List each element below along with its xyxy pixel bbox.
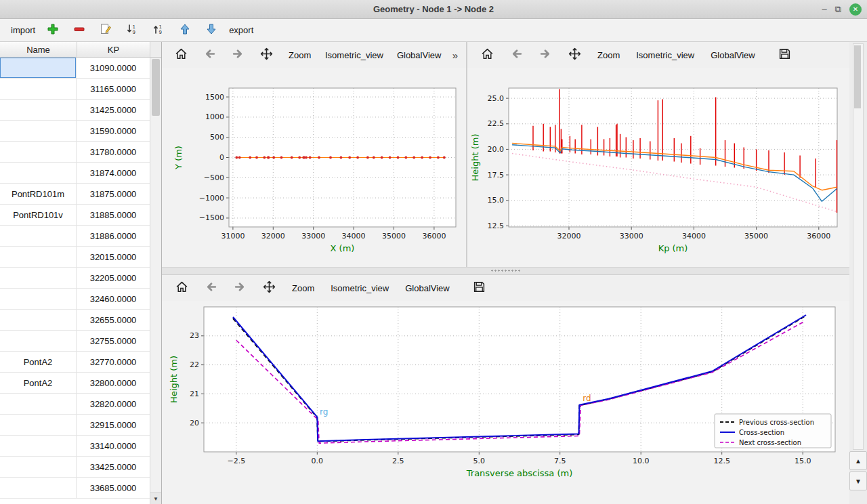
- table-cell-kp[interactable]: 31590.0000: [77, 121, 150, 141]
- table-row[interactable]: PontA232800.0000: [0, 373, 150, 394]
- column-header-name[interactable]: Name: [0, 42, 77, 57]
- table-cell-kp[interactable]: 31874.0000: [77, 163, 150, 183]
- table-cell-kp[interactable]: 32800.0000: [77, 373, 150, 393]
- table-row[interactable]: 33685.0000: [0, 478, 150, 499]
- table-cell-name[interactable]: [0, 247, 77, 267]
- sort-ascending-button[interactable]: 19: [150, 22, 167, 39]
- zoom-button[interactable]: Zoom: [592, 45, 625, 64]
- table-cell-name[interactable]: [0, 436, 77, 456]
- window-scrollbar-track[interactable]: [853, 43, 864, 450]
- table-cell-kp[interactable]: 32755.0000: [77, 331, 150, 351]
- table-scrollbar-thumb[interactable]: [152, 59, 160, 116]
- sort-descending-button[interactable]: 19: [123, 22, 141, 39]
- horizontal-splitter[interactable]: [162, 267, 849, 275]
- table-cell-name[interactable]: [0, 142, 77, 162]
- cross-section-chart[interactable]: −2.50.02.55.07.510.012.515.020212223rgrd…: [162, 301, 850, 504]
- table-cell-kp[interactable]: 32915.0000: [77, 415, 150, 435]
- export-label[interactable]: export: [229, 25, 253, 35]
- table-row[interactable]: PontRD101v31885.0000: [0, 205, 150, 226]
- profile-view-chart[interactable]: 320003300034000350003600012.515.017.520.…: [467, 68, 850, 267]
- table-cell-kp[interactable]: 33685.0000: [77, 478, 150, 498]
- table-cell-name[interactable]: [0, 79, 77, 99]
- table-cell-name[interactable]: [0, 226, 77, 246]
- table-cell-name[interactable]: PontA2: [0, 373, 77, 393]
- plan-view-chart[interactable]: 310003200033000340003500036000−1500−1000…: [162, 68, 466, 267]
- remove-row-button[interactable]: [70, 22, 88, 39]
- edit-button[interactable]: [97, 22, 114, 39]
- table-cell-kp[interactable]: 32205.0000: [77, 268, 150, 288]
- table-scrollbar[interactable]: ▼: [150, 58, 161, 504]
- table-row[interactable]: 32820.0000: [0, 394, 150, 415]
- table-row[interactable]: 31874.0000: [0, 163, 150, 184]
- home-button[interactable]: [170, 45, 193, 64]
- back-button[interactable]: [505, 45, 528, 64]
- table-row[interactable]: 33425.0000: [0, 457, 150, 478]
- back-button[interactable]: [199, 278, 223, 297]
- table-cell-name[interactable]: [0, 310, 77, 330]
- table-row[interactable]: 31886.0000: [0, 226, 150, 247]
- table-cell-kp[interactable]: 31165.0000: [77, 79, 150, 99]
- move-up-button[interactable]: [176, 22, 194, 39]
- table-cell-name[interactable]: PontRD101m: [0, 184, 77, 204]
- table-row[interactable]: 31590.0000: [0, 121, 150, 142]
- table-row[interactable]: 31090.0000: [0, 58, 150, 79]
- table-row[interactable]: 31425.0000: [0, 100, 150, 121]
- back-button[interactable]: [198, 45, 221, 64]
- table-cell-kp[interactable]: 32820.0000: [77, 394, 150, 414]
- global-view-button[interactable]: GlobalView: [705, 45, 761, 64]
- forward-button[interactable]: [227, 45, 250, 64]
- table-row[interactable]: 32755.0000: [0, 331, 150, 352]
- add-row-button[interactable]: [44, 22, 62, 39]
- table-cell-name[interactable]: [0, 415, 77, 435]
- scroll-down-button[interactable]: ▼: [849, 471, 867, 490]
- table-cell-kp[interactable]: 33140.0000: [77, 436, 150, 456]
- table-row[interactable]: 32915.0000: [0, 415, 150, 436]
- isometric-view-button[interactable]: Isometric_view: [321, 45, 387, 64]
- table-cell-name[interactable]: [0, 121, 77, 141]
- table-row[interactable]: 32205.0000: [0, 268, 150, 289]
- zoom-button[interactable]: Zoom: [284, 45, 316, 64]
- table-cell-name[interactable]: [0, 331, 77, 351]
- global-view-button[interactable]: GlobalView: [393, 45, 446, 64]
- pan-button[interactable]: [257, 278, 281, 297]
- table-cell-kp[interactable]: 31875.0000: [77, 184, 150, 204]
- forward-button[interactable]: [228, 278, 252, 297]
- table-row[interactable]: 31165.0000: [0, 79, 150, 100]
- table-cell-kp[interactable]: 31780.0000: [77, 142, 150, 162]
- table-cell-kp[interactable]: 31886.0000: [77, 226, 150, 246]
- toolbar-overflow-chevron[interactable]: »: [452, 49, 458, 61]
- home-button[interactable]: [475, 45, 499, 64]
- home-button[interactable]: [170, 278, 194, 297]
- table-cell-name[interactable]: [0, 289, 77, 309]
- table-cell-kp[interactable]: 31090.0000: [77, 58, 150, 78]
- table-cell-name[interactable]: [0, 394, 77, 414]
- table-cell-name[interactable]: [0, 163, 77, 183]
- table-cell-name[interactable]: [0, 100, 77, 120]
- maximize-button[interactable]: ⧉: [835, 5, 841, 14]
- save-button[interactable]: [467, 278, 491, 297]
- table-cell-kp[interactable]: 32460.0000: [77, 289, 150, 309]
- table-row[interactable]: PontRD101m31875.0000: [0, 184, 150, 205]
- table-cell-name[interactable]: [0, 478, 77, 498]
- forward-button[interactable]: [534, 45, 557, 64]
- table-scroll-down-button[interactable]: ▼: [150, 492, 161, 504]
- table-row[interactable]: 32460.0000: [0, 289, 150, 310]
- table-row[interactable]: 33140.0000: [0, 436, 150, 457]
- table-cell-kp[interactable]: 32770.0000: [77, 352, 150, 372]
- table-cell-name[interactable]: PontRD101v: [0, 205, 77, 225]
- window-scrollbar-thumb[interactable]: [854, 45, 861, 108]
- move-down-button[interactable]: [203, 22, 220, 39]
- close-button[interactable]: ✕: [849, 3, 862, 16]
- table-cell-name[interactable]: [0, 58, 77, 78]
- isometric-view-button[interactable]: Isometric_view: [631, 45, 700, 64]
- column-header-kp[interactable]: KP: [77, 42, 150, 57]
- table-cell-kp[interactable]: 31425.0000: [77, 100, 150, 120]
- import-label[interactable]: import: [11, 25, 35, 35]
- table-cell-kp[interactable]: 32015.0000: [77, 247, 150, 267]
- zoom-button[interactable]: Zoom: [287, 278, 320, 297]
- table-cell-name[interactable]: PontA2: [0, 352, 77, 372]
- table-cell-name[interactable]: [0, 457, 77, 477]
- table-cell-kp[interactable]: 32655.0000: [77, 310, 150, 330]
- minimize-button[interactable]: –: [822, 5, 826, 14]
- table-row[interactable]: 32655.0000: [0, 310, 150, 331]
